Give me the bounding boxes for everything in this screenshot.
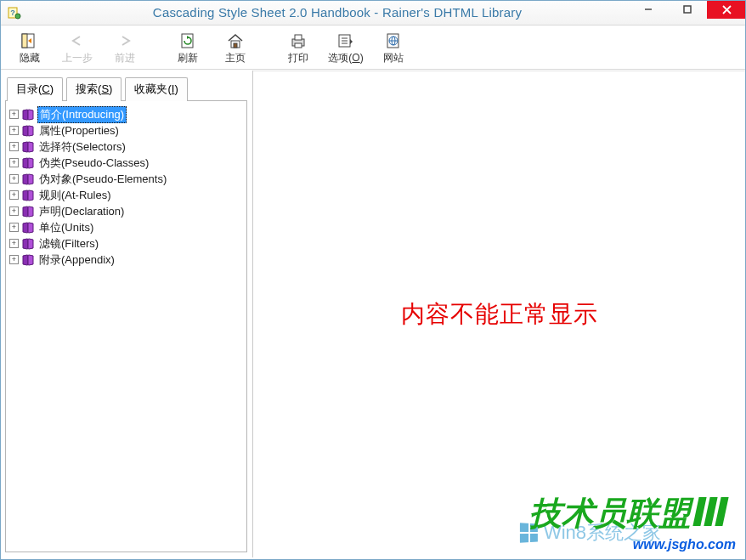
tree-item[interactable]: +伪类(Pseudo-Classes) (9, 155, 243, 171)
back-arrow-icon (68, 31, 87, 50)
book-icon (21, 189, 35, 201)
expand-icon[interactable]: + (9, 255, 19, 264)
expand-icon[interactable]: + (9, 223, 19, 232)
home-icon (226, 31, 245, 50)
tab-favorites[interactable]: 收藏夹(I) (125, 77, 187, 101)
book-icon (21, 173, 35, 185)
tree-item[interactable]: +属性(Properties) (9, 122, 243, 139)
svg-rect-4 (684, 6, 691, 13)
hide-icon (20, 31, 39, 50)
refresh-button[interactable]: 刷新 (165, 28, 211, 69)
content-error-message: 内容不能正常显示 (401, 298, 598, 331)
expand-icon[interactable]: + (9, 158, 19, 167)
forward-arrow-icon (116, 31, 134, 50)
close-button[interactable] (707, 0, 746, 19)
home-button[interactable]: 主页 (212, 28, 258, 69)
tree-item-label: 附录(Appendix) (37, 252, 116, 268)
expand-icon[interactable]: + (9, 174, 19, 184)
help-app-icon: ? (7, 5, 22, 20)
tree-item-label: 属性(Properties) (37, 123, 121, 139)
expand-icon[interactable]: + (9, 110, 19, 119)
tree-item-label: 简介(Introducing) (37, 106, 127, 123)
book-icon (21, 206, 35, 218)
tree-item-label: 规则(At-Rules) (37, 188, 113, 203)
svg-rect-14 (295, 43, 302, 48)
tree-item[interactable]: +单位(Units) (9, 219, 243, 235)
navigation-pane: 目录(C) 搜索(S) 收藏夹(I) +简介(Introducing)+属性(P… (0, 71, 253, 557)
nav-tabs: 目录(C) 搜索(S) 收藏夹(I) (5, 74, 247, 101)
tree-item-label: 选择符(Selectors) (37, 139, 127, 155)
hide-pane-button[interactable]: 隐藏 (7, 28, 53, 69)
minimize-button[interactable] (629, 0, 668, 19)
toolbar: 隐藏 上一步 前进 刷新 主页 打印 选项(O) 网站 (0, 25, 746, 70)
forward-button[interactable]: 前进 (102, 28, 148, 69)
globe-page-icon (384, 31, 403, 50)
expand-icon[interactable]: + (9, 126, 19, 135)
tree-item[interactable]: +规则(At-Rules) (9, 187, 243, 203)
window-caption-buttons (629, 0, 746, 19)
expand-icon[interactable]: + (9, 239, 19, 248)
svg-rect-8 (22, 34, 27, 48)
expand-icon[interactable]: + (9, 190, 19, 200)
tree-item[interactable]: +选择符(Selectors) (9, 139, 243, 155)
titlebar: ? Cascading Style Sheet 2.0 Handbook - R… (0, 0, 746, 25)
tree-item[interactable]: +滤镜(Filters) (9, 235, 243, 252)
content-pane: 内容不能正常显示 Win8系统之家 技术员联盟 www.jsgho.com (253, 71, 746, 557)
body-area: 目录(C) 搜索(S) 收藏夹(I) +简介(Introducing)+属性(P… (0, 70, 746, 557)
expand-icon[interactable]: + (9, 206, 19, 216)
tab-search[interactable]: 搜索(S) (66, 77, 122, 101)
book-icon (21, 157, 35, 169)
book-icon (21, 109, 35, 121)
book-icon (21, 238, 35, 250)
print-icon (289, 31, 308, 50)
tree-item-label: 伪类(Pseudo-Classes) (37, 156, 150, 171)
options-button[interactable]: 选项(O) (323, 28, 369, 69)
tree-item[interactable]: +附录(Appendix) (9, 252, 243, 268)
svg-point-2 (15, 14, 20, 19)
back-button[interactable]: 上一步 (54, 28, 100, 69)
print-button[interactable]: 打印 (275, 28, 321, 69)
tree-item-label: 单位(Units) (37, 220, 95, 235)
tree-item-label: 声明(Declaration) (37, 204, 126, 219)
book-icon (21, 222, 35, 234)
contents-tree[interactable]: +简介(Introducing)+属性(Properties)+选择符(Sele… (5, 100, 247, 552)
watermark-url: www.jsgho.com (633, 537, 736, 552)
svg-rect-11 (234, 43, 237, 48)
tree-item[interactable]: +简介(Introducing) (9, 106, 243, 122)
website-button[interactable]: 网站 (370, 28, 416, 69)
book-icon (21, 141, 35, 153)
refresh-icon (178, 31, 197, 50)
tree-item[interactable]: +伪对象(Pseudo-Elements) (9, 171, 243, 187)
book-icon (21, 125, 35, 137)
tree-item-label: 滤镜(Filters) (37, 236, 100, 252)
tree-item-label: 伪对象(Pseudo-Elements) (37, 172, 168, 187)
options-icon (336, 31, 355, 50)
svg-rect-13 (295, 35, 302, 40)
maximize-button[interactable] (668, 0, 707, 19)
book-icon (21, 254, 35, 266)
svg-text:?: ? (10, 8, 15, 17)
tab-contents[interactable]: 目录(C) (7, 77, 63, 101)
watermark-brand: 技术员联盟 (529, 492, 726, 535)
expand-icon[interactable]: + (9, 142, 19, 151)
tree-item[interactable]: +声明(Declaration) (9, 203, 243, 219)
